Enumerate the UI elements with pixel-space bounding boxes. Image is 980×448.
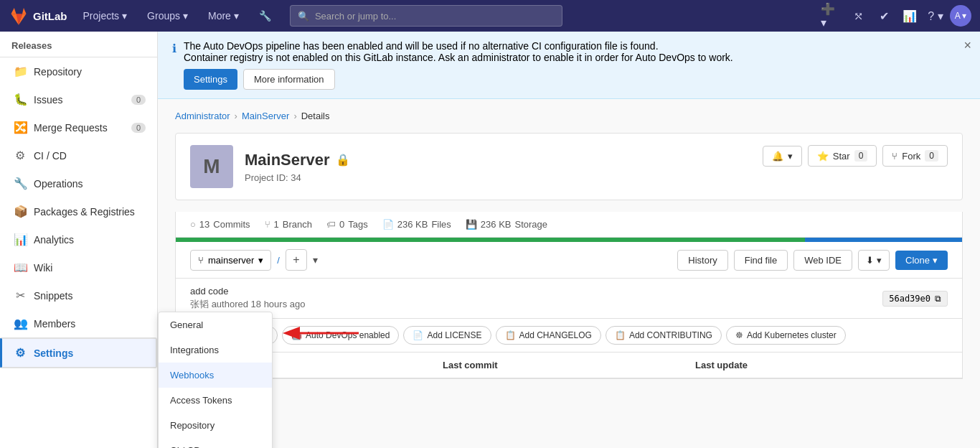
sidebar-item-snippets[interactable]: ✂ Snippets: [0, 281, 157, 309]
global-search[interactable]: 🔍 Search or jump to...: [290, 5, 562, 27]
project-actions: 🔔 ▾ ⭐ Star 0 ⑂ Fork 0: [763, 145, 948, 167]
notifications-button[interactable]: 🔔 ▾: [763, 146, 802, 167]
gitlab-logo[interactable]: GitLab: [9, 6, 67, 26]
add-kubernetes-button[interactable]: ☸ Add Kubernetes cluster: [726, 326, 846, 345]
dropdown-item-integrations[interactable]: Integrations: [159, 337, 272, 363]
auto-devops-button[interactable]: 🤖 Auto DevOps enabled: [282, 326, 399, 345]
close-icon[interactable]: ×: [963, 39, 971, 52]
sidebar-item-ci-cd[interactable]: ⚙ CI / CD: [0, 141, 157, 169]
stats-bar: ○ 13 Commits ⑂ 1 Branch 🏷 0 Tags 📄 236 K…: [175, 212, 963, 238]
wiki-icon: 📖: [14, 261, 27, 274]
fork-button[interactable]: ⑂ Fork 0: [882, 145, 948, 167]
dropdown-item-repository[interactable]: Repository: [159, 413, 272, 438]
commits-stat[interactable]: ○ 13 Commits: [190, 219, 250, 230]
breadcrumb-project[interactable]: MainServer: [242, 111, 289, 121]
quick-actions: 📋 Add README 🤖 Auto DevOps enabled 📄 Add…: [175, 319, 963, 353]
sidebar-item-label: Packages & Registries: [34, 206, 135, 218]
sidebar-item-wiki[interactable]: 📖 Wiki: [0, 253, 157, 281]
sidebar-item-label: CI / CD: [34, 150, 67, 162]
bell-icon: 🔔: [772, 151, 783, 162]
packages-icon: 📦: [14, 205, 27, 218]
dropdown-item-access-tokens[interactable]: Access Tokens: [159, 388, 272, 413]
star-button[interactable]: ⭐ Star 0: [808, 145, 877, 167]
cicd-icon: ⚙: [14, 149, 27, 162]
nav-more[interactable]: More ▾: [201, 7, 246, 24]
sidebar-item-operations[interactable]: 🔧 Operations: [0, 169, 157, 197]
user-avatar[interactable]: A ▾: [950, 5, 971, 27]
sidebar-item-label: Repository: [34, 66, 82, 78]
path-navigation: /: [277, 255, 280, 266]
copy-icon[interactable]: ⧉: [935, 294, 941, 304]
project-name: MainServer 🔒: [245, 151, 350, 169]
sidebar-item-issues[interactable]: 🐛 Issues 0: [0, 85, 157, 113]
merge-request-icon[interactable]: ⤲: [847, 4, 870, 27]
sidebar: Releases 📁 Repository 🐛 Issues 0 🔀 Merge…: [0, 32, 158, 448]
more-information-button[interactable]: More information: [243, 69, 335, 90]
commit-meta: 张韬 authored 18 hours ago: [190, 298, 305, 311]
add-license-button[interactable]: 📄 Add LICENSE: [403, 326, 491, 345]
branch-selector[interactable]: ⑂ mainserver ▾: [190, 250, 271, 271]
dropdown-label: CI / CD: [170, 445, 201, 448]
license-icon: 📄: [413, 330, 423, 340]
breadcrumb-sep1: ›: [235, 111, 237, 121]
operations-icon: 🔧: [14, 177, 27, 190]
add-changelog-button[interactable]: 📋 Add CHANGELOG: [496, 326, 601, 345]
star-count: 0: [854, 150, 868, 162]
commits-count: 13: [199, 219, 209, 230]
tags-stat[interactable]: 🏷 0 Tags: [326, 219, 368, 230]
dropdown-item-cicd[interactable]: CI / CD: [159, 438, 272, 448]
dropdown-label: Access Tokens: [170, 395, 232, 406]
sidebar-item-packages[interactable]: 📦 Packages & Registries: [0, 197, 157, 225]
plus-icon[interactable]: ➕ ▾: [821, 4, 844, 27]
sidebar-item-label: Settings: [34, 347, 73, 359]
qa-label: Add CONTRIBUTING: [629, 330, 712, 340]
clone-button[interactable]: Clone ▾: [895, 251, 948, 270]
storage-size: 236 KB: [481, 219, 512, 230]
nav-projects[interactable]: Projects ▾: [76, 7, 135, 24]
sidebar-item-analytics[interactable]: 📊 Analytics: [0, 225, 157, 253]
help-icon[interactable]: ? ▾: [924, 4, 947, 27]
commit-info: add code 张韬 authored 18 hours ago: [190, 286, 305, 311]
dropdown-item-general[interactable]: General: [159, 312, 272, 337]
settings-button[interactable]: Settings: [184, 69, 237, 90]
find-file-button[interactable]: Find file: [734, 250, 788, 271]
web-ide-button[interactable]: Web IDE: [793, 250, 852, 271]
merge-requests-badge: 0: [131, 123, 146, 133]
commit-time: authored 18 hours ago: [212, 299, 306, 309]
issues-icon: 🐛: [14, 93, 27, 106]
nav-new-item[interactable]: 🔧: [252, 7, 278, 24]
breadcrumb-admin[interactable]: Administrator: [175, 111, 230, 121]
sidebar-item-merge-requests[interactable]: 🔀 Merge Requests 0: [0, 113, 157, 141]
history-button[interactable]: History: [677, 250, 727, 271]
repo-toolbar: ⑂ mainserver ▾ / + ▾ History Find file W…: [175, 242, 963, 279]
lock-icon: 🔒: [336, 153, 350, 167]
qa-label: Add LICENSE: [427, 330, 481, 340]
chevron-down-icon: ▾: [258, 255, 263, 266]
sidebar-item-members[interactable]: 👥 Members: [0, 309, 157, 337]
dropdown-item-webhooks[interactable]: Webhooks: [159, 363, 272, 388]
todo-icon[interactable]: ✔: [872, 4, 895, 27]
nav-groups[interactable]: Groups ▾: [140, 7, 195, 24]
add-file-button[interactable]: +: [286, 249, 307, 271]
dropdown-label: Integrations: [170, 345, 219, 355]
commit-author: 张韬: [190, 299, 209, 309]
commits-label: Commits: [213, 219, 250, 230]
download-button[interactable]: ⬇ ▾: [858, 250, 890, 271]
sidebar-releases: Releases: [0, 32, 157, 57]
chevron-down-icon[interactable]: ▾: [313, 254, 318, 266]
star-icon: ⭐: [817, 151, 829, 162]
download-icon: ⬇: [866, 255, 874, 266]
activity-icon[interactable]: 📊: [898, 4, 921, 27]
banner-content: The Auto DevOps pipeline has been enable…: [184, 40, 733, 90]
sidebar-item-repository[interactable]: 📁 Repository: [0, 57, 157, 85]
branches-stat[interactable]: ⑂ 1 Branch: [265, 219, 312, 230]
main-content: ℹ The Auto DevOps pipeline has been enab…: [158, 32, 980, 448]
files-icon: 📄: [382, 219, 394, 230]
last-commit-bar: add code 张韬 authored 18 hours ago 56ad39…: [175, 279, 963, 319]
auto-devops-icon: 🤖: [291, 330, 302, 340]
add-contributing-button[interactable]: 📋 Add CONTRIBUTING: [606, 326, 722, 345]
sidebar-item-label: Issues: [34, 94, 62, 106]
commit-message[interactable]: add code: [190, 286, 305, 297]
snippets-icon: ✂: [14, 289, 27, 302]
sidebar-item-settings[interactable]: ⚙ Settings: [0, 337, 157, 368]
